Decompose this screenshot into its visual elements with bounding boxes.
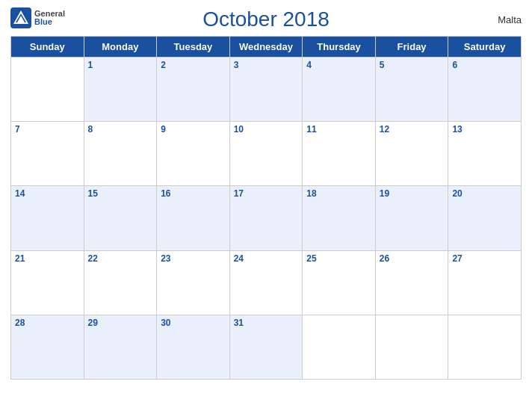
- calendar-header: General Blue October 2018 Malta: [10, 7, 522, 31]
- weekday-header-friday: Friday: [375, 37, 448, 58]
- weekday-header-thursday: Thursday: [303, 37, 376, 58]
- calendar-cell: 24: [229, 250, 303, 315]
- calendar-cell: 17: [229, 186, 303, 250]
- day-number: 22: [88, 253, 153, 264]
- day-number: 9: [161, 124, 226, 135]
- calendar-cell: 26: [375, 250, 448, 315]
- day-number: 3: [234, 60, 299, 70]
- logo-text-container: General Blue: [34, 10, 65, 26]
- calendar-table: SundayMondayTuesdayWednesdayThursdayFrid…: [10, 36, 522, 380]
- weekday-header-monday: Monday: [84, 37, 157, 58]
- day-number: 24: [234, 253, 299, 264]
- day-number: 23: [161, 253, 226, 264]
- calendar-cell: 22: [84, 250, 157, 315]
- calendar-cell: [11, 58, 84, 122]
- logo-blue-text: Blue: [34, 18, 52, 26]
- calendar-cell: 9: [157, 122, 230, 186]
- weekday-header-tuesday: Tuesday: [157, 37, 230, 58]
- calendar-cell: 25: [303, 250, 376, 315]
- calendar-cell: [375, 315, 448, 379]
- calendar-week-row-2: 78910111213: [11, 122, 522, 186]
- day-number: 25: [306, 253, 371, 264]
- day-number: 17: [234, 188, 299, 199]
- calendar-cell: 5: [375, 58, 448, 122]
- day-number: 29: [88, 318, 153, 328]
- calendar-cell: 11: [303, 122, 376, 186]
- day-number: 26: [380, 253, 445, 264]
- calendar-title: October 2018: [202, 7, 330, 31]
- calendar-cell: 14: [11, 186, 84, 250]
- calendar-cell: 23: [157, 250, 230, 315]
- calendar-cell: 27: [448, 250, 522, 315]
- day-number: 30: [161, 318, 226, 328]
- calendar-cell: 8: [84, 122, 157, 186]
- calendar-wrapper: General Blue October 2018 Malta SundayMo…: [0, 0, 532, 411]
- day-number: 20: [452, 188, 517, 199]
- calendar-week-row-3: 14151617181920: [11, 186, 522, 250]
- calendar-cell: 10: [229, 122, 303, 186]
- calendar-cell: 31: [229, 315, 303, 379]
- generalblue-logo-icon: [10, 7, 31, 28]
- calendar-cell: 12: [375, 122, 448, 186]
- weekday-header-row: SundayMondayTuesdayWednesdayThursdayFrid…: [11, 37, 522, 58]
- weekday-header-sunday: Sunday: [11, 37, 84, 58]
- calendar-cell: 19: [375, 186, 448, 250]
- day-number: 21: [15, 253, 80, 264]
- day-number: 19: [380, 188, 445, 199]
- calendar-cell: 16: [157, 186, 230, 250]
- day-number: 8: [88, 124, 153, 135]
- day-number: 15: [88, 188, 153, 199]
- day-number: 7: [15, 124, 80, 135]
- calendar-cell: 18: [303, 186, 376, 250]
- day-number: 18: [306, 188, 371, 199]
- calendar-cell: [448, 315, 522, 379]
- day-number: 14: [15, 188, 80, 199]
- day-number: 16: [161, 188, 226, 199]
- calendar-week-row-5: 28293031: [11, 315, 522, 379]
- calendar-week-row-4: 21222324252627: [11, 250, 522, 315]
- calendar-cell: 21: [11, 250, 84, 315]
- country-label: Malta: [498, 14, 522, 25]
- calendar-cell: 4: [303, 58, 376, 122]
- day-number: 11: [306, 124, 371, 135]
- day-number: 2: [161, 60, 226, 70]
- calendar-cell: 28: [11, 315, 84, 379]
- calendar-cell: 3: [229, 58, 303, 122]
- logo-area: General Blue: [10, 7, 65, 28]
- day-number: 6: [452, 60, 517, 70]
- weekday-header-saturday: Saturday: [448, 37, 522, 58]
- calendar-cell: 1: [84, 58, 157, 122]
- calendar-cell: 20: [448, 186, 522, 250]
- day-number: 4: [306, 60, 371, 70]
- calendar-cell: 2: [157, 58, 230, 122]
- calendar-cell: 6: [448, 58, 522, 122]
- weekday-header-wednesday: Wednesday: [229, 37, 303, 58]
- day-number: 12: [380, 124, 445, 135]
- day-number: 28: [15, 318, 80, 328]
- calendar-cell: 29: [84, 315, 157, 379]
- day-number: 10: [234, 124, 299, 135]
- day-number: 31: [234, 318, 299, 328]
- calendar-cell: [303, 315, 376, 379]
- calendar-cell: 13: [448, 122, 522, 186]
- day-number: 5: [380, 60, 445, 70]
- day-number: 13: [452, 124, 517, 135]
- calendar-cell: 30: [157, 315, 230, 379]
- day-number: 27: [452, 253, 517, 264]
- calendar-cell: 7: [11, 122, 84, 186]
- calendar-week-row-1: 123456: [11, 58, 522, 122]
- calendar-cell: 15: [84, 186, 157, 250]
- day-number: 1: [88, 60, 153, 70]
